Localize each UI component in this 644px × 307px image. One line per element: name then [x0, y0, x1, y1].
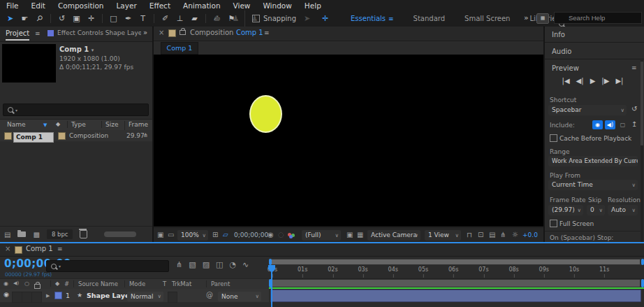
parent-dropdown[interactable]: None: [218, 292, 261, 301]
layer-duration-bar[interactable]: [270, 290, 641, 302]
work-area-bar[interactable]: [269, 279, 644, 287]
help-search-input[interactable]: [554, 12, 642, 24]
transparency-grid-icon[interactable]: ▦: [357, 231, 363, 238]
timeline-search-box[interactable]: ▾: [46, 260, 169, 272]
layer-label-swatch[interactable]: [54, 292, 62, 299]
camera-dropdown[interactable]: Active Camera: [367, 230, 420, 241]
skip-dropdown[interactable]: 0: [587, 205, 605, 215]
menu-item-5[interactable]: Animation: [177, 1, 227, 10]
viewer-timecode[interactable]: 0;00;00;00: [234, 231, 268, 238]
graph-editor-icon[interactable]: ∿: [242, 260, 249, 269]
tab-project[interactable]: Project: [6, 29, 29, 41]
mask-roi-icon[interactable]: ▱: [223, 231, 228, 238]
menu-item-0[interactable]: File: [0, 1, 25, 10]
shape-layer-ellipse[interactable]: [251, 97, 281, 131]
navigator-start-handle[interactable]: [269, 259, 272, 265]
column-type[interactable]: Type: [67, 121, 86, 128]
menu-item-6[interactable]: View: [227, 1, 257, 10]
panel-overflow-icon[interactable]: »: [143, 29, 147, 36]
adjust-exposure-icon[interactable]: ☼: [512, 231, 518, 238]
workspace-tab-standard[interactable]: Standard: [404, 15, 455, 22]
timeline-button-icon[interactable]: ▤: [489, 231, 495, 238]
resolution-preview-dropdown[interactable]: Auto: [608, 205, 638, 215]
navigator-end-handle[interactable]: [641, 259, 644, 265]
view-layout-dropdown[interactable]: 1 View: [425, 230, 461, 241]
label-column-icon[interactable]: ◆: [50, 280, 59, 287]
zoom-tool-icon[interactable]: ⚲: [31, 10, 47, 27]
lock-icon[interactable]: [180, 30, 186, 35]
preview-panel-menu-icon[interactable]: ≡: [631, 60, 637, 76]
next-frame-button[interactable]: |▶: [601, 77, 609, 85]
tab-effect-controls[interactable]: Effect Controls Shape Layer 1: [57, 29, 141, 36]
workspace-menu-icon[interactable]: ≡: [388, 15, 404, 22]
first-frame-button[interactable]: |◀: [562, 77, 570, 85]
delete-icon[interactable]: [80, 230, 87, 238]
interpret-footage-icon[interactable]: ▤: [4, 231, 10, 238]
label-column-icon[interactable]: ◆: [56, 121, 60, 127]
sort-desc-icon[interactable]: ▼: [43, 122, 47, 128]
snapshot-icon[interactable]: ◉: [268, 231, 274, 238]
exposure-value[interactable]: +0.0: [522, 231, 538, 238]
menu-item-2[interactable]: Composition: [52, 1, 110, 10]
show-channel-icon[interactable]: [288, 233, 298, 237]
work-area-end-handle[interactable]: [641, 279, 644, 287]
comp-flowchart-icon[interactable]: ⋔: [500, 231, 506, 238]
parent-column[interactable]: Parent: [206, 280, 230, 287]
project-item-row[interactable]: Comp 1 Composition 29.97 ⋔: [0, 130, 152, 141]
trkmat-column[interactable]: TrkMat: [172, 280, 191, 287]
selection-tool-icon[interactable]: ➤: [3, 14, 17, 23]
menu-item-3[interactable]: Layer: [110, 1, 143, 10]
info-panel-header[interactable]: Info: [545, 27, 644, 43]
time-ruler[interactable]: 00s01s02s03s04s05s06s07s08s09s10s11s: [269, 265, 644, 279]
composition-viewport[interactable]: [154, 55, 543, 227]
workspace-box-icon[interactable]: ▦: [536, 13, 549, 24]
new-composition-icon[interactable]: ▩: [33, 231, 39, 238]
magnification-dropdown[interactable]: 100%: [177, 230, 208, 241]
workspace-overflow-icon[interactable]: »: [524, 13, 529, 22]
composition-panel-menu-icon[interactable]: ≡: [264, 29, 270, 36]
layer-visibility-icon[interactable]: ◉: [3, 291, 9, 298]
cache-before-playback-checkbox[interactable]: [550, 134, 557, 142]
workspace-tab-essentials[interactable]: Essentials: [341, 15, 388, 22]
prev-frame-button[interactable]: ◀|: [576, 77, 584, 85]
include-overlays-icon[interactable]: ▢: [617, 120, 628, 129]
blend-mode-dropdown[interactable]: Normal: [127, 292, 163, 301]
play-button[interactable]: ▶: [590, 77, 596, 85]
include-audio-icon[interactable]: ◀): [605, 120, 615, 129]
horizontal-scrollbar-thumb[interactable]: [104, 231, 136, 237]
shortcut-dropdown[interactable]: Spacebar: [548, 105, 627, 115]
source-name-column[interactable]: Source Name: [73, 280, 118, 287]
play-from-dropdown[interactable]: Current Time: [548, 180, 638, 190]
project-panel-menu-icon[interactable]: ≡: [35, 30, 41, 37]
menu-item-8[interactable]: Help: [298, 1, 328, 10]
brush-tool-icon[interactable]: ✐: [154, 14, 173, 23]
region-of-interest-icon[interactable]: ▣: [346, 231, 353, 238]
last-frame-button[interactable]: ▶|: [615, 77, 623, 85]
layer-row[interactable]: ◉ ▶ 1 ★ Shape Layer 1 Normal @ None: [0, 289, 269, 302]
audio-column-icon[interactable]: ◀): [13, 280, 19, 286]
unified-camera-tool-icon[interactable]: ▣: [69, 14, 84, 23]
primary-viewer-icon[interactable]: ▭: [168, 231, 174, 238]
comp-mini-flowchart-icon[interactable]: ⋔: [176, 260, 182, 269]
resolution-dropdown[interactable]: (Full): [302, 230, 341, 241]
vertical-scrollbar[interactable]: [641, 60, 643, 242]
menu-item-1[interactable]: Edit: [25, 1, 52, 10]
share-view-icon[interactable]: ⊓: [467, 231, 472, 238]
workspace-tab-small-screen[interactable]: Small Screen: [455, 15, 520, 22]
audio-panel-header[interactable]: Audio: [545, 43, 644, 59]
reset-view-icon[interactable]: ⊡: [478, 231, 483, 238]
rotation-tool-icon[interactable]: ↺: [50, 14, 69, 23]
t-column[interactable]: T: [163, 280, 166, 287]
lock-column-icon[interactable]: [34, 284, 41, 289]
new-folder-icon[interactable]: [17, 231, 26, 237]
grid-guides-icon[interactable]: ⊞: [212, 231, 218, 238]
menu-item-4[interactable]: Effect: [143, 1, 177, 10]
column-size[interactable]: Size: [101, 121, 118, 128]
reset-preview-icon[interactable]: ↺: [631, 105, 637, 113]
frame-blending-icon[interactable]: ◫: [216, 260, 223, 269]
bit-depth-button[interactable]: 8 bpc: [47, 229, 73, 239]
viewer-tab-comp1[interactable]: Comp 1: [161, 42, 198, 55]
pen-tool-icon[interactable]: ✒: [121, 14, 136, 23]
pan-behind-tool-icon[interactable]: ✛: [84, 14, 98, 23]
clone-stamp-tool-icon[interactable]: ⊥: [173, 14, 187, 23]
